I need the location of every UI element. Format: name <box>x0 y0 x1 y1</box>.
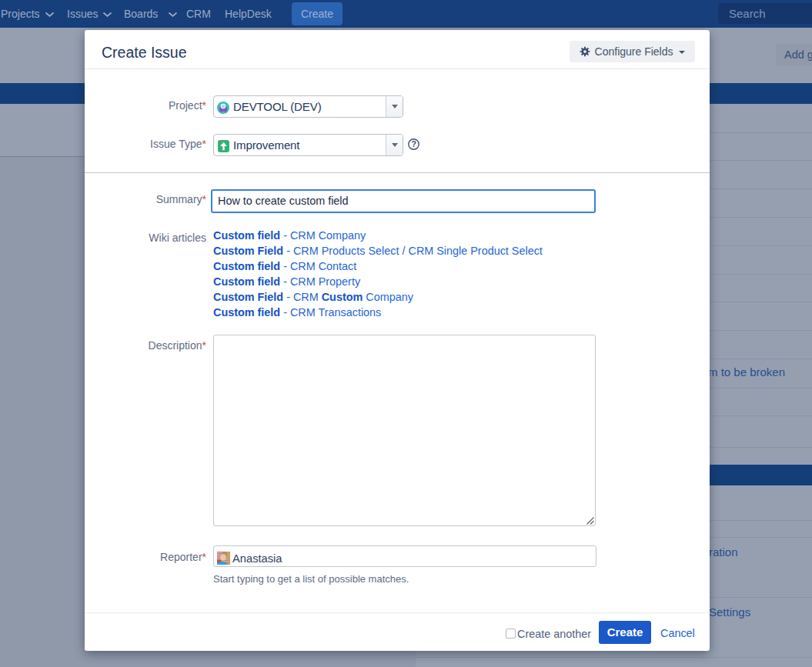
svg-text:?: ? <box>411 139 416 148</box>
